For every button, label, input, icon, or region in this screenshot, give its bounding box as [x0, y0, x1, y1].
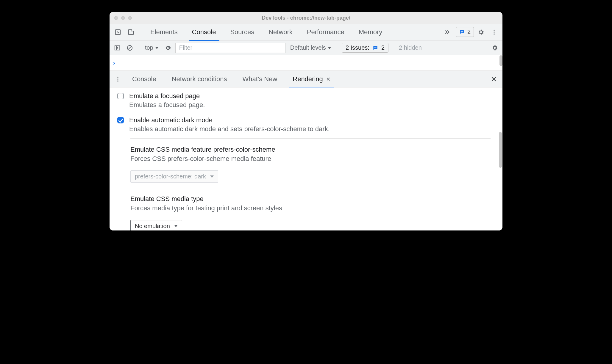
window-title: DevTools - chrome://new-tab-page/ — [110, 15, 502, 21]
dropdown-caret-icon — [174, 225, 178, 227]
tab-label: Performance — [307, 28, 344, 36]
checkbox-emulate-focused[interactable] — [117, 93, 124, 99]
scrollbar-thumb[interactable] — [499, 132, 502, 168]
dropdown-caret-icon — [328, 47, 331, 49]
tab-performance[interactable]: Performance — [300, 24, 352, 40]
tab-elements[interactable]: Elements — [143, 24, 185, 40]
settings-icon[interactable] — [475, 26, 487, 38]
media-type-select[interactable]: No emulation — [130, 220, 182, 230]
sidebar-toggle-icon[interactable] — [112, 43, 123, 53]
drawer-toolbar: Console Network conditions What's New Re… — [110, 71, 502, 87]
tab-label: Network — [268, 28, 293, 36]
tab-label: Elements — [150, 28, 178, 36]
titlebar: DevTools - chrome://new-tab-page/ — [110, 12, 502, 24]
svg-rect-14 — [374, 48, 376, 48]
prompt-caret-icon: › — [113, 59, 115, 66]
dropdown-caret-icon — [210, 175, 214, 178]
divider — [338, 43, 338, 53]
option-description: Emulates a focused page. — [129, 101, 205, 109]
tab-network[interactable]: Network — [261, 24, 300, 40]
close-window-button[interactable] — [114, 16, 118, 20]
issues-button[interactable]: 2 Issues: 2 — [342, 43, 388, 53]
live-expression-icon[interactable] — [163, 43, 174, 53]
divider — [140, 27, 140, 37]
svg-rect-3 — [461, 31, 463, 32]
svg-rect-2 — [131, 31, 133, 34]
tab-label: Console — [192, 28, 216, 36]
section-title: Emulate CSS media type — [130, 194, 491, 204]
main-toolbar: Elements Console Sources Network Perform… — [110, 24, 502, 40]
svg-point-16 — [117, 79, 118, 80]
divider — [392, 43, 392, 53]
svg-line-11 — [128, 46, 132, 49]
svg-point-12 — [168, 47, 169, 48]
svg-point-6 — [494, 32, 495, 33]
clear-console-icon[interactable] — [124, 43, 135, 53]
checkbox-auto-dark-mode[interactable] — [117, 117, 124, 123]
tab-label: Rendering — [293, 75, 323, 83]
drawer-tab-console[interactable]: Console — [124, 71, 164, 87]
inspect-element-icon[interactable] — [112, 26, 124, 38]
svg-point-15 — [117, 76, 118, 78]
log-levels-selector[interactable]: Default levels — [287, 44, 334, 51]
svg-rect-13 — [374, 47, 377, 47]
context-label: top — [145, 44, 153, 51]
devtools-window: DevTools - chrome://new-tab-page/ Elemen… — [110, 12, 502, 230]
close-drawer-icon[interactable] — [488, 76, 499, 82]
message-icon — [459, 29, 465, 35]
svg-point-5 — [494, 29, 495, 31]
select-value: No emulation — [135, 223, 170, 230]
section-prefers-color-scheme: Emulate CSS media feature prefers-color-… — [110, 142, 497, 185]
prefers-color-scheme-select[interactable]: prefers-color-scheme: dark — [130, 170, 218, 183]
dropdown-caret-icon — [155, 47, 159, 49]
filter-input[interactable] — [175, 43, 285, 53]
scrollbar-thumb[interactable] — [499, 55, 502, 66]
hidden-messages-label[interactable]: 2 hidden — [396, 44, 425, 51]
close-tab-icon[interactable] — [326, 77, 331, 81]
window-controls — [110, 16, 132, 20]
tab-console[interactable]: Console — [185, 24, 223, 40]
messages-badge[interactable]: 2 — [456, 27, 474, 37]
divider — [139, 43, 139, 53]
tab-memory[interactable]: Memory — [352, 24, 389, 40]
tab-label: Console — [132, 75, 156, 83]
option-emulate-focused-page: Emulate a focused page Emulates a focuse… — [110, 87, 497, 112]
tab-label: Network conditions — [172, 75, 227, 83]
console-prompt-area[interactable]: › — [110, 55, 502, 71]
section-media-type: Emulate CSS media type Forces media type… — [110, 185, 497, 230]
section-description: Forces CSS prefers-color-scheme media fe… — [130, 154, 491, 164]
console-toolbar: top Default levels 2 Issues: 2 2 hidden — [110, 40, 502, 55]
divider — [130, 138, 491, 139]
tab-sources[interactable]: Sources — [223, 24, 261, 40]
drawer-tab-rendering[interactable]: Rendering — [285, 71, 338, 87]
context-selector[interactable]: top — [143, 44, 161, 51]
drawer-tab-whats-new[interactable]: What's New — [235, 71, 285, 87]
drawer-tab-network-conditions[interactable]: Network conditions — [164, 71, 235, 87]
svg-rect-4 — [461, 32, 463, 32]
svg-point-17 — [117, 80, 118, 81]
issues-label: 2 Issues: — [346, 44, 369, 51]
device-toolbar-icon[interactable] — [125, 26, 137, 38]
option-title: Emulate a focused page — [129, 92, 205, 101]
levels-label: Default levels — [290, 44, 326, 51]
more-tabs-icon[interactable] — [441, 29, 453, 35]
option-title: Enable automatic dark mode — [129, 116, 330, 125]
minimize-window-button[interactable] — [121, 16, 125, 20]
more-options-icon[interactable] — [488, 26, 500, 38]
tab-label: Memory — [359, 28, 382, 36]
option-description: Enables automatic dark mode and sets pre… — [129, 125, 330, 134]
select-value: prefers-color-scheme: dark — [135, 173, 206, 180]
rendering-panel: Emulate a focused page Emulates a focuse… — [110, 87, 502, 230]
tab-label: Sources — [230, 28, 254, 36]
zoom-window-button[interactable] — [128, 16, 132, 20]
drawer-tabs: Console Network conditions What's New Re… — [124, 71, 487, 87]
messages-count: 2 — [467, 29, 471, 35]
drawer-more-icon[interactable] — [113, 74, 123, 84]
tab-label: What's New — [243, 75, 277, 83]
section-description: Forces media type for testing print and … — [130, 204, 491, 213]
main-tabs: Elements Console Sources Network Perform… — [143, 24, 440, 40]
section-title: Emulate CSS media feature prefers-color-… — [130, 145, 491, 154]
svg-point-7 — [494, 33, 495, 34]
console-settings-icon[interactable] — [489, 43, 500, 53]
issues-count: 2 — [381, 44, 385, 51]
